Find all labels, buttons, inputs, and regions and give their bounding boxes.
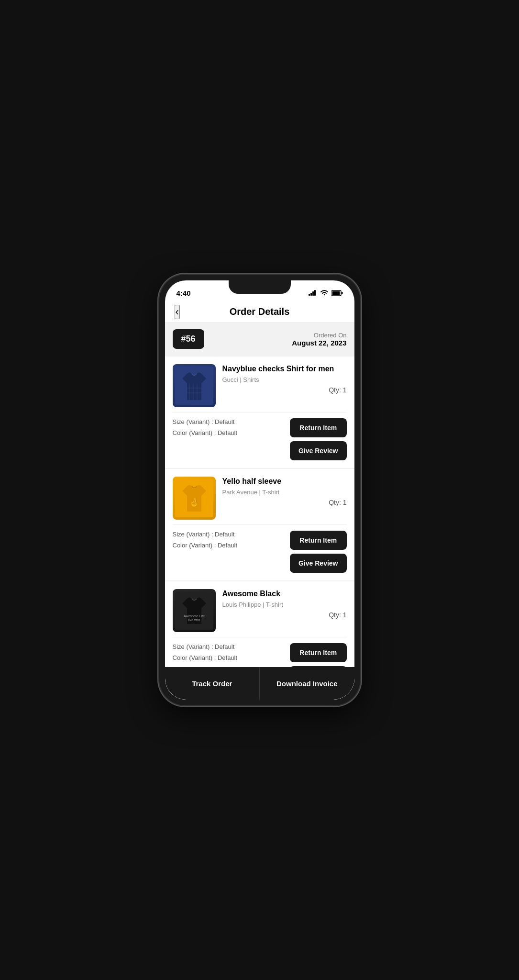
wifi-icon xyxy=(320,290,329,296)
svg-rect-0 xyxy=(309,294,310,296)
ordered-on-label: Ordered On xyxy=(292,332,346,339)
product-info-3: Awesome Black Louis Philippe | T-shirt Q… xyxy=(222,589,347,632)
download-invoice-button[interactable]: Download Invoice xyxy=(260,667,354,700)
product-top-1: Navyblue checks Shirt for men Gucci | Sh… xyxy=(173,364,347,407)
status-icons xyxy=(309,290,343,296)
order-header: #56 Ordered On August 22, 2023 xyxy=(165,323,354,356)
color-variant-2: Color (Variant) : Default xyxy=(173,542,286,549)
product-image-1 xyxy=(173,364,216,407)
svg-text:Awesome Life: Awesome Life xyxy=(184,614,205,618)
svg-rect-1 xyxy=(310,293,312,296)
phone-frame: 4:40 xyxy=(159,275,360,705)
product-name-2: Yello half sleeve xyxy=(222,477,347,487)
product-top-3: Awesome Life live with Awesome Black Lou… xyxy=(173,589,347,632)
return-item-button-1[interactable]: Return Item xyxy=(290,418,347,437)
notch xyxy=(229,280,291,294)
color-variant-3: Color (Variant) : Default xyxy=(173,654,286,661)
product-image-3: Awesome Life live with xyxy=(173,589,216,632)
track-order-button[interactable]: Track Order xyxy=(165,667,260,700)
variant-info-3: Size (Variant) : Default Color (Variant)… xyxy=(173,643,286,665)
page-title: Order Details xyxy=(230,306,290,317)
product-info-1: Navyblue checks Shirt for men Gucci | Sh… xyxy=(222,364,347,407)
product-card-2: 🤞 Yello half sleeve Park Avenue | T-shir… xyxy=(165,469,354,580)
give-review-button-2[interactable]: Give Review xyxy=(290,554,347,573)
bottom-bar: Track Order Download Invoice xyxy=(165,667,354,700)
svg-rect-5 xyxy=(332,291,340,295)
return-item-button-2[interactable]: Return Item xyxy=(290,531,347,550)
action-buttons-1: Return Item Give Review xyxy=(290,418,347,460)
signal-icon xyxy=(309,290,317,296)
size-variant-1: Size (Variant) : Default xyxy=(173,418,286,425)
product-brand-1: Gucci | Shirts xyxy=(222,376,347,383)
product-card-1: Navyblue checks Shirt for men Gucci | Sh… xyxy=(165,356,354,468)
product-qty-2: Qty: 1 xyxy=(222,499,347,506)
phone-screen: 4:40 xyxy=(165,280,354,700)
product-brand-3: Louis Philippe | T-shirt xyxy=(222,601,347,608)
product-info-2: Yello half sleeve Park Avenue | T-shirt … xyxy=(222,477,347,520)
svg-text:🤞: 🤞 xyxy=(189,497,200,508)
size-variant-3: Size (Variant) : Default xyxy=(173,643,286,650)
order-number: #56 xyxy=(173,329,204,349)
svg-rect-3 xyxy=(314,290,316,296)
product-top-2: 🤞 Yello half sleeve Park Avenue | T-shir… xyxy=(173,477,347,520)
svg-text:live with: live with xyxy=(188,618,200,622)
back-button[interactable]: ‹ xyxy=(175,305,180,319)
order-date-block: Ordered On August 22, 2023 xyxy=(292,332,346,347)
product-brand-2: Park Avenue | T-shirt xyxy=(222,489,347,496)
svg-rect-6 xyxy=(342,292,343,294)
product-image-2: 🤞 xyxy=(173,477,216,520)
product-variants-1: Size (Variant) : Default Color (Variant)… xyxy=(173,412,347,460)
products-list: Navyblue checks Shirt for men Gucci | Sh… xyxy=(165,356,354,693)
return-item-button-3[interactable]: Return Item xyxy=(290,643,347,662)
product-name-1: Navyblue checks Shirt for men xyxy=(222,364,347,374)
product-name-3: Awesome Black xyxy=(222,589,347,599)
action-buttons-2: Return Item Give Review xyxy=(290,531,347,573)
size-variant-2: Size (Variant) : Default xyxy=(173,531,286,538)
order-date: August 22, 2023 xyxy=(292,339,346,347)
page-header: ‹ Order Details xyxy=(165,301,354,323)
battery-icon xyxy=(331,290,343,296)
give-review-button-1[interactable]: Give Review xyxy=(290,441,347,460)
product-variants-2: Size (Variant) : Default Color (Variant)… xyxy=(173,524,347,573)
svg-rect-2 xyxy=(312,291,314,296)
product-qty-3: Qty: 1 xyxy=(222,611,347,619)
variant-info-1: Size (Variant) : Default Color (Variant)… xyxy=(173,418,286,440)
product-qty-1: Qty: 1 xyxy=(222,386,347,394)
color-variant-1: Color (Variant) : Default xyxy=(173,429,286,436)
status-time: 4:40 xyxy=(177,289,191,297)
variant-info-2: Size (Variant) : Default Color (Variant)… xyxy=(173,531,286,553)
content-area: #56 Ordered On August 22, 2023 xyxy=(165,323,354,700)
